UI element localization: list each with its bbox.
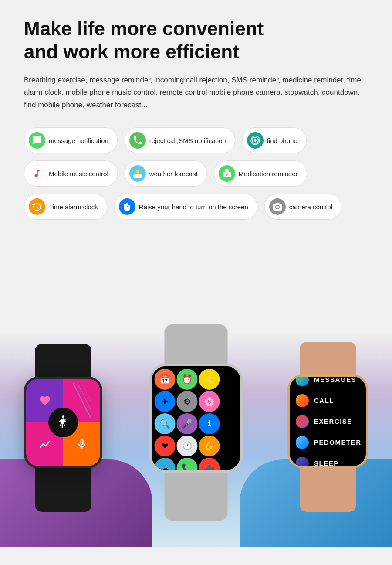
med-icon xyxy=(222,168,232,179)
description-text: Breathing exercise, message reminder, in… xyxy=(24,74,368,112)
phone-icon xyxy=(129,132,146,149)
menu-label-pedometer: PEDOMETER xyxy=(314,439,362,446)
hand-icon xyxy=(122,201,133,212)
band-bottom-center xyxy=(165,473,228,521)
menu-dot-exercise xyxy=(296,415,309,428)
features-row-2: Mobile music control weather forecast xyxy=(24,160,368,187)
center-circle xyxy=(48,408,78,437)
camera-icon xyxy=(269,198,286,215)
pill-find-phone[interactable]: find phone xyxy=(242,127,307,153)
clock-icon xyxy=(32,201,42,212)
menu-dot-sleep xyxy=(296,457,309,469)
pill-find-phone-label: find phone xyxy=(267,137,297,144)
pill-message-notification[interactable]: message notification xyxy=(24,127,118,153)
walking-figure-icon xyxy=(55,414,71,431)
watch-left-body xyxy=(24,344,102,512)
heart-rate-icon xyxy=(39,395,51,407)
pill-camera-control[interactable]: camera control xyxy=(264,194,341,220)
app-mic[interactable]: 🎤 xyxy=(177,413,198,434)
watch-case-left xyxy=(24,377,102,468)
app-workout[interactable]: 💪 xyxy=(199,436,220,456)
app-phone[interactable]: 📞 xyxy=(177,458,198,470)
pill-medication-label: Medication reminder xyxy=(239,170,298,177)
watch-case-right: MESSAGES CALL EXERCISE PEDOMETER xyxy=(287,374,368,468)
features-row-3: Time alarm clock Raise your hand to turn… xyxy=(24,194,368,220)
watch-center: 📅 ⏰ ⭐ ✈ ⚙ 🌸 🔍 🎤 ℹ ❤ 🕐 💪 ☁ 📞 xyxy=(149,324,243,521)
menu-dot-messages xyxy=(296,374,309,386)
app-flower[interactable]: 🌸 xyxy=(199,391,220,412)
alarm-icon xyxy=(29,198,45,215)
features-row-1: message notification reject call,SMS not… xyxy=(24,127,368,153)
features-grid: message notification reject call,SMS not… xyxy=(24,127,368,220)
app-settings[interactable]: ⚙ xyxy=(177,391,198,412)
app-calendar[interactable]: 📅 xyxy=(155,369,176,390)
pill-medication[interactable]: Medication reminder xyxy=(214,160,307,187)
pill-reject-label: reject call,SMS notification xyxy=(149,137,226,144)
weather-icon xyxy=(129,165,146,182)
app-plus[interactable]: ➕ xyxy=(199,458,220,470)
pill-camera-label: camera control xyxy=(289,203,332,211)
watch-left xyxy=(24,344,102,512)
mic-icon xyxy=(76,438,88,450)
music-icon xyxy=(29,165,45,182)
pill-weather-label: weather forecast xyxy=(149,170,198,177)
band-top-left xyxy=(35,344,91,377)
camera-svg-icon xyxy=(272,201,283,212)
pill-raise-label: Raise your hand to turn on the screen xyxy=(139,203,248,211)
weather-svg-icon xyxy=(132,168,143,179)
app-weather2[interactable]: ☁ xyxy=(155,458,176,470)
pill-message-label: message notification xyxy=(49,137,108,144)
pill-reject-call[interactable]: reject call,SMS notification xyxy=(125,127,235,153)
svg-line-10 xyxy=(73,383,91,418)
pill-time-alarm[interactable]: Time alarm clock xyxy=(24,194,107,220)
app-clock[interactable]: 🕐 xyxy=(177,436,198,456)
message-icon xyxy=(29,132,45,149)
music-note-icon xyxy=(32,169,42,178)
find-phone-icon xyxy=(247,132,264,149)
menu-row-sleep: SLEEP xyxy=(296,453,360,469)
svg-point-13 xyxy=(62,415,64,418)
app-info[interactable]: ℹ xyxy=(199,413,220,434)
watch-crown-right xyxy=(366,417,368,432)
phone-svg-icon xyxy=(132,135,143,146)
heartbeat-icon xyxy=(38,438,51,451)
watch-center-body: 📅 ⏰ ⭐ ✈ ⚙ 🌸 🔍 🎤 ℹ ❤ 🕐 💪 ☁ 📞 xyxy=(149,324,243,521)
app-heart[interactable]: ❤ xyxy=(155,436,176,456)
app-search[interactable]: 🔍 xyxy=(155,413,176,434)
watch-right-body: MESSAGES CALL EXERCISE PEDOMETER xyxy=(287,342,368,512)
main-title: Make life more convenient and work more … xyxy=(24,17,368,64)
screen-center: 📅 ⏰ ⭐ ✈ ⚙ 🌸 🔍 🎤 ℹ ❤ 🕐 💪 ☁ 📞 xyxy=(152,366,240,470)
top-section: Make life more convenient and work more … xyxy=(0,0,392,242)
screen-right: MESSAGES CALL EXERCISE PEDOMETER xyxy=(290,377,366,466)
menu-dot-pedometer xyxy=(296,436,309,449)
app-nav[interactable]: ✈ xyxy=(155,391,176,412)
chat-bubble-icon xyxy=(32,135,42,146)
band-top-right xyxy=(300,342,356,374)
band-top-center xyxy=(165,324,228,364)
pill-mobile-music[interactable]: Mobile music control xyxy=(24,160,118,187)
pill-music-label: Mobile music control xyxy=(49,170,108,177)
menu-row-exercise: EXERCISE xyxy=(296,412,360,432)
target-icon xyxy=(250,135,260,146)
band-bottom-left xyxy=(35,468,91,512)
menu-label-sleep: SLEEP xyxy=(314,459,339,467)
diag-lines-icon xyxy=(73,383,91,418)
band-bottom-right xyxy=(300,468,356,512)
pill-raise-hand[interactable]: Raise your hand to turn on the screen xyxy=(114,194,257,220)
pill-alarm-label: Time alarm clock xyxy=(49,203,98,211)
menu-row-call: CALL xyxy=(296,391,360,411)
menu-label-call: CALL xyxy=(314,397,334,404)
watch-right: MESSAGES CALL EXERCISE PEDOMETER xyxy=(287,342,368,512)
menu-dot-call xyxy=(296,394,309,407)
svg-point-0 xyxy=(254,139,257,142)
menu-row-pedometer: PEDOMETER xyxy=(296,432,360,453)
app-star[interactable]: ⭐ xyxy=(199,369,220,390)
raise-hand-icon xyxy=(119,198,135,215)
app-alarm[interactable]: ⏰ xyxy=(177,369,198,390)
medication-icon xyxy=(219,165,235,182)
page-wrapper: Make life more convenient and work more … xyxy=(0,0,392,547)
pill-weather[interactable]: weather forecast xyxy=(125,160,207,187)
watch-case-center: 📅 ⏰ ⭐ ✈ ⚙ 🌸 🔍 🎤 ℹ ❤ 🕐 💪 ☁ 📞 xyxy=(149,364,243,473)
svg-point-9 xyxy=(276,206,279,208)
menu-row-messages: MESSAGES xyxy=(296,374,360,390)
